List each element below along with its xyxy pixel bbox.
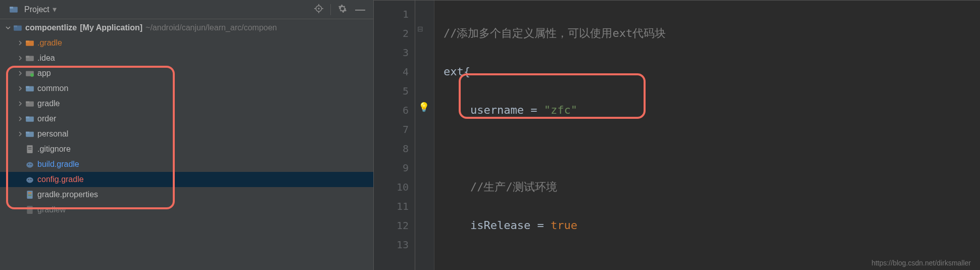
fold-marker-icon[interactable]: ⊟ xyxy=(417,25,423,33)
tree-item[interactable]: build.gradle xyxy=(0,157,373,172)
code-token: { xyxy=(464,65,470,78)
chevron-right-icon[interactable] xyxy=(16,101,24,106)
gradle-icon xyxy=(24,175,35,184)
gutter-icons: ⊟ 💡 xyxy=(415,1,434,270)
root-path: ~/android/canjun/learn_arc/compoen xyxy=(145,23,277,32)
file-icon xyxy=(24,205,35,214)
line-number: 3 xyxy=(374,43,409,62)
line-number: 5 xyxy=(374,81,409,101)
locate-icon[interactable] xyxy=(310,2,327,17)
project-title: Project xyxy=(24,5,50,14)
tree-item[interactable]: .gradle xyxy=(0,35,373,51)
module-folder-icon xyxy=(24,129,35,139)
project-tree: compoentlize [My Application] ~/android/… xyxy=(0,19,373,270)
item-label: personal xyxy=(37,129,68,139)
intention-bulb-icon[interactable]: 💡 xyxy=(418,102,429,113)
gradle-icon xyxy=(24,160,35,169)
item-label: common xyxy=(37,84,68,93)
module-folder-icon xyxy=(24,69,35,78)
tree-item[interactable]: .idea xyxy=(0,51,373,66)
chevron-right-icon[interactable] xyxy=(16,56,24,61)
module-icon xyxy=(12,23,23,32)
tree-item[interactable]: gradle xyxy=(0,96,373,111)
code-token: isRelease = xyxy=(470,219,551,232)
svg-point-3 xyxy=(318,8,319,9)
chevron-right-icon[interactable] xyxy=(16,131,24,137)
chevron-down-icon[interactable] xyxy=(4,25,12,30)
root-bracket: [My Application] xyxy=(80,23,142,32)
item-label: gradle xyxy=(37,99,60,108)
code-content[interactable]: //添加多个自定义属性，可以使用ext代码块 ext{ username = "… xyxy=(434,1,980,270)
chevron-right-icon[interactable] xyxy=(16,40,24,46)
item-label: .idea xyxy=(37,54,55,63)
code-token: //添加多个自定义属性，可以使用ext代码块 xyxy=(444,27,666,39)
svg-point-29 xyxy=(30,164,31,165)
watermark: https://blog.csdn.net/dirksmaller xyxy=(871,259,971,267)
svg-point-32 xyxy=(30,179,31,180)
folder-icon xyxy=(24,38,35,48)
svg-rect-23 xyxy=(26,132,29,133)
tree-item[interactable]: personal xyxy=(0,126,373,142)
line-number: 9 xyxy=(374,158,409,177)
chevron-right-icon[interactable] xyxy=(16,71,24,76)
tree-root[interactable]: compoentlize [My Application] ~/android/… xyxy=(0,20,373,35)
code-token: "zfc" xyxy=(544,104,577,116)
item-label: app xyxy=(37,69,51,78)
svg-rect-34 xyxy=(28,193,32,194)
code-area[interactable]: 1 2 3 4 5 6 7 8 9 10 11 12 13 ⊟ 💡 //添加多个… xyxy=(374,1,980,270)
module-folder-icon xyxy=(24,114,35,123)
folder-icon xyxy=(24,54,35,63)
line-number: 7 xyxy=(374,120,409,139)
line-number: 4 xyxy=(374,62,409,81)
tree-item[interactable]: common xyxy=(0,81,373,96)
svg-rect-17 xyxy=(26,86,29,88)
line-number: 10 xyxy=(374,177,409,197)
root-name: compoentlize xyxy=(25,23,77,32)
svg-rect-21 xyxy=(26,117,29,118)
line-number: 13 xyxy=(374,235,409,254)
item-label: config.gradle xyxy=(37,175,84,184)
item-label: .gradle xyxy=(37,38,62,48)
line-number: 2 xyxy=(374,24,409,43)
tree-item[interactable]: order xyxy=(0,111,373,126)
tree-item[interactable]: gradle.properties xyxy=(0,187,373,202)
code-token: true xyxy=(551,219,577,232)
editor-panel: ivity.java × personal × config.gradle × … xyxy=(374,0,980,270)
svg-rect-13 xyxy=(26,56,29,58)
module-folder-icon xyxy=(24,84,35,93)
svg-rect-36 xyxy=(27,206,32,214)
properties-icon xyxy=(24,190,35,199)
svg-point-28 xyxy=(28,164,29,165)
chevron-right-icon[interactable] xyxy=(16,86,24,91)
line-number: 6 xyxy=(374,101,409,120)
code-token: //生产/测试环境 xyxy=(470,181,557,193)
file-icon xyxy=(24,145,35,154)
project-view-selector[interactable]: Project ▾ xyxy=(4,3,61,16)
item-label: build.gradle xyxy=(37,160,79,169)
code-token: ext xyxy=(444,65,464,78)
project-header: Project ▾ — xyxy=(0,0,373,19)
item-label: .gitignore xyxy=(37,145,71,154)
svg-point-31 xyxy=(28,179,29,180)
folder-icon xyxy=(24,99,35,108)
line-number: 1 xyxy=(374,5,409,24)
item-label: gradle.properties xyxy=(37,190,98,199)
svg-rect-1 xyxy=(10,7,13,8)
svg-point-15 xyxy=(30,73,34,77)
tree-item[interactable]: gradlew xyxy=(0,202,373,217)
svg-point-27 xyxy=(26,162,33,168)
collapse-icon[interactable]: — xyxy=(351,2,369,17)
chevron-right-icon[interactable] xyxy=(16,116,24,121)
item-label: gradlew xyxy=(37,205,66,214)
tree-item[interactable]: .gitignore xyxy=(0,142,373,157)
gear-icon[interactable] xyxy=(334,2,351,17)
item-label: order xyxy=(37,114,56,123)
tree-item[interactable]: config.gradle xyxy=(0,172,373,187)
svg-rect-35 xyxy=(28,195,32,196)
line-number: 12 xyxy=(374,216,409,235)
project-tool-window: Project ▾ — compoentlize [My Application… xyxy=(0,0,374,270)
project-icon xyxy=(8,5,19,14)
tree-item[interactable]: app xyxy=(0,66,373,81)
line-number: 8 xyxy=(374,139,409,158)
svg-rect-19 xyxy=(26,102,29,103)
